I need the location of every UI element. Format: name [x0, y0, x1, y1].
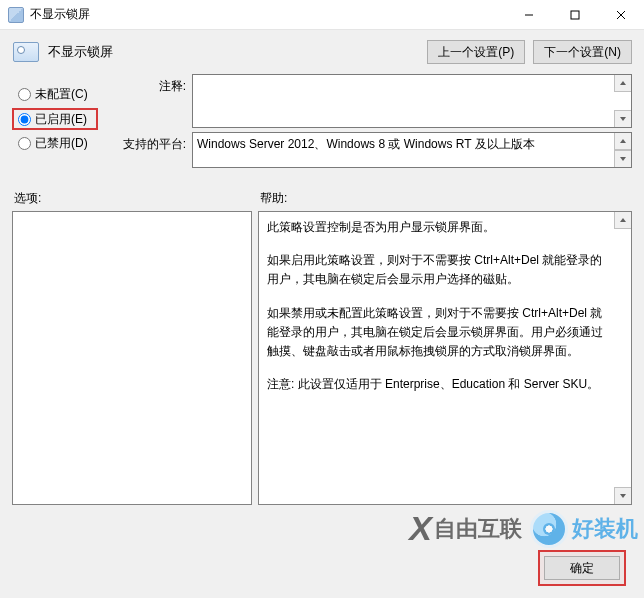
help-paragraph: 如果启用此策略设置，则对于不需要按 Ctrl+Alt+Del 就能登录的用户，其… — [267, 251, 611, 289]
platform-scroll-down[interactable] — [614, 150, 631, 167]
state-radio-group: 未配置(C) 已启用(E) 已禁用(D) — [12, 74, 118, 157]
help-paragraph: 此策略设置控制是否为用户显示锁屏界面。 — [267, 218, 611, 237]
help-paragraph: 如果禁用或未配置此策略设置，则对于不需要按 Ctrl+Alt+Del 就能登录的… — [267, 304, 611, 362]
comment-textbox[interactable] — [192, 74, 632, 128]
platform-scroll-up[interactable] — [614, 133, 631, 150]
radio-not-configured[interactable]: 未配置(C) — [12, 84, 118, 105]
radio-disabled[interactable]: 已禁用(D) — [12, 133, 118, 154]
header-row: 不显示锁屏 上一个设置(P) 下一个设置(N) — [0, 30, 644, 68]
watermark-logo-icon — [530, 510, 568, 548]
platform-value: Windows Server 2012、Windows 8 或 Windows … — [193, 133, 631, 155]
watermark-text-2: 好装机 — [572, 514, 638, 544]
help-scroll-up[interactable] — [614, 212, 631, 229]
platform-textbox: Windows Server 2012、Windows 8 或 Windows … — [192, 132, 632, 168]
close-button[interactable] — [598, 0, 644, 30]
options-panel — [12, 211, 252, 505]
help-label: 帮助: — [256, 190, 287, 207]
maximize-button[interactable] — [552, 0, 598, 30]
watermark-text-1: 自由互联 — [434, 514, 522, 544]
radio-not-configured-label: 未配置(C) — [35, 86, 88, 103]
help-text: 此策略设置控制是否为用户显示锁屏界面。 如果启用此策略设置，则对于不需要按 Ct… — [259, 212, 631, 414]
svg-marker-6 — [620, 139, 626, 143]
titlebar: 不显示锁屏 — [0, 0, 644, 30]
svg-marker-9 — [620, 494, 626, 498]
window-title: 不显示锁屏 — [30, 6, 90, 23]
svg-marker-4 — [620, 81, 626, 85]
svg-rect-1 — [571, 11, 579, 19]
radio-enabled[interactable]: 已启用(E) — [12, 108, 98, 130]
comment-label: 注释: — [118, 74, 192, 95]
policy-icon — [12, 40, 40, 64]
svg-marker-7 — [620, 157, 626, 161]
footer-buttons: 确定 — [538, 550, 626, 586]
radio-disabled-input[interactable] — [18, 137, 31, 150]
platform-label: 支持的平台: — [118, 132, 192, 153]
options-label: 选项: — [12, 190, 256, 207]
radio-enabled-input[interactable] — [18, 113, 31, 126]
previous-setting-button[interactable]: 上一个设置(P) — [427, 40, 525, 64]
radio-not-configured-input[interactable] — [18, 88, 31, 101]
svg-marker-5 — [620, 117, 626, 121]
help-panel: 此策略设置控制是否为用户显示锁屏界面。 如果启用此策略设置，则对于不需要按 Ct… — [258, 211, 632, 505]
comment-scroll-up[interactable] — [614, 75, 631, 92]
radio-disabled-label: 已禁用(D) — [35, 135, 88, 152]
help-scroll-down[interactable] — [614, 487, 631, 504]
comment-scroll-down[interactable] — [614, 110, 631, 127]
ok-button[interactable]: 确定 — [544, 556, 620, 580]
minimize-button[interactable] — [506, 0, 552, 30]
ok-button-highlight: 确定 — [538, 550, 626, 586]
next-setting-button[interactable]: 下一个设置(N) — [533, 40, 632, 64]
watermark-x-icon: X — [409, 509, 430, 548]
watermark: X 自由互联 好装机 — [409, 509, 638, 548]
policy-name: 不显示锁屏 — [48, 43, 113, 61]
comment-value — [193, 75, 631, 81]
help-paragraph: 注意: 此设置仅适用于 Enterprise、Education 和 Serve… — [267, 375, 611, 394]
radio-enabled-label: 已启用(E) — [35, 111, 87, 128]
svg-marker-8 — [620, 218, 626, 222]
window-icon — [8, 7, 24, 23]
